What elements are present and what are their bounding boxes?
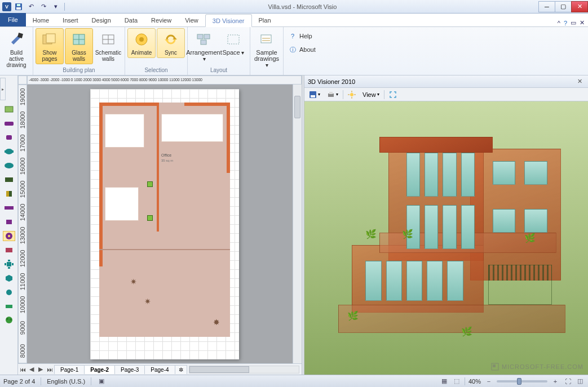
page-width-icon[interactable]: ⬚ <box>452 377 461 386</box>
group-selection-label: Selection <box>127 66 185 74</box>
plant-shape[interactable]: ✷ <box>130 277 137 286</box>
drawing-canvas[interactable]: Office 35 sq m ✷ ✷ ✸ <box>27 84 293 363</box>
tab-view[interactable]: View <box>178 14 205 26</box>
stencil-shelf-icon[interactable] <box>3 203 15 213</box>
tab-plan[interactable]: Plan <box>252 14 278 26</box>
tab-design[interactable]: Design <box>85 14 118 26</box>
menu-tabs: File Home Insert Design Data Review View… <box>0 14 588 27</box>
schematic-walls-button[interactable]: Schematic walls <box>94 28 122 64</box>
page-prev-button[interactable]: ◀ <box>27 366 36 373</box>
page-first-button[interactable]: ⏮ <box>18 366 27 373</box>
3d-view-button[interactable]: View ▾ <box>360 90 382 99</box>
3d-print-button[interactable]: ▾ <box>325 90 341 100</box>
stencil-stool-icon[interactable] <box>3 287 15 297</box>
page-next-button[interactable]: ▶ <box>36 366 45 373</box>
stencil-tree-icon[interactable] <box>3 315 15 326</box>
stencil-bed-icon[interactable] <box>3 245 15 255</box>
qat-redo-icon[interactable]: ↷ <box>38 2 48 12</box>
svg-point-32 <box>8 235 10 237</box>
build-active-drawing-button[interactable]: Build active drawing <box>2 28 30 70</box>
stencil-table-oval-icon[interactable] <box>3 161 15 171</box>
mdi-close-icon[interactable]: ✕ <box>580 19 585 26</box>
pane-close-button[interactable]: ✕ <box>575 78 585 85</box>
maximize-button[interactable]: ▢ <box>555 1 572 12</box>
ribbon-minimize-icon[interactable]: ^ <box>558 20 560 26</box>
tab-3d-visioner[interactable]: 3D Visioner <box>205 14 252 27</box>
shapes-expand-handle[interactable]: ▸ <box>0 78 6 100</box>
stencil-sofa-icon[interactable] <box>3 118 15 128</box>
minimize-button[interactable]: ─ <box>538 1 555 12</box>
marker-icon[interactable] <box>147 215 153 221</box>
plant-3d-icon: 🌿 <box>461 326 472 337</box>
stencil-desk-icon[interactable] <box>3 175 15 185</box>
qat-save-icon[interactable] <box>14 2 24 12</box>
vertical-scrollbar[interactable] <box>293 84 302 363</box>
status-language[interactable]: English (U.S.) <box>47 378 85 385</box>
title-bar: V ↶ ↷ ▾ Villa.vsd - Microsoft Visio ─ ▢ … <box>0 0 588 14</box>
zoom-in-button[interactable]: + <box>551 377 560 386</box>
window-restore-icon[interactable]: ▭ <box>571 19 576 26</box>
info-icon: ⓘ <box>288 45 297 54</box>
help-icon[interactable]: ? <box>564 20 567 26</box>
page-tab-2[interactable]: Page-2 <box>84 365 115 374</box>
plant-shape[interactable]: ✷ <box>144 297 151 306</box>
glass-walls-button[interactable]: Glass walls <box>65 28 93 64</box>
animate-button[interactable]: Animate <box>127 28 156 58</box>
show-pages-button[interactable]: Show pages <box>36 28 64 64</box>
3d-light-button[interactable] <box>346 90 358 100</box>
zoom-level[interactable]: 40% <box>468 378 481 385</box>
about-button[interactable]: ⓘAbout <box>286 44 318 55</box>
stencil-rect-icon[interactable] <box>3 301 15 312</box>
page-tab-1[interactable]: Page-1 <box>54 365 85 374</box>
plant-shape[interactable]: ✸ <box>213 318 220 327</box>
3d-save-button[interactable]: ▾ <box>307 90 322 100</box>
sample-drawings-button[interactable]: Sample drawings ▾ <box>253 28 281 70</box>
qat-customize-icon[interactable]: ▾ <box>51 2 61 12</box>
stencil-table-round-icon[interactable] <box>3 146 15 157</box>
qat-undo-icon[interactable]: ↶ <box>26 2 36 12</box>
glass-walls-icon <box>70 30 88 48</box>
presentation-view-icon[interactable]: ▦ <box>440 377 449 386</box>
fit-window-icon[interactable]: ⛶ <box>563 377 572 386</box>
svg-rect-30 <box>6 220 12 224</box>
zoom-slider[interactable] <box>497 380 547 382</box>
tab-data[interactable]: Data <box>118 14 144 26</box>
tab-insert[interactable]: Insert <box>56 14 85 26</box>
zoom-out-button[interactable]: − <box>484 377 493 386</box>
stencil-table-hex-icon[interactable] <box>3 273 15 283</box>
page-last-button[interactable]: ⏭ <box>45 366 54 373</box>
3d-render-viewport[interactable]: 🌿 🌿 🌿 🌿 🌿 MICROSOFT-FREE.COM <box>304 101 588 375</box>
stencil-table-square-icon[interactable] <box>3 259 15 269</box>
drawing-page[interactable]: Office 35 sq m ✷ ✷ ✸ <box>90 89 239 359</box>
close-button[interactable]: ✕ <box>571 1 588 12</box>
horizontal-ruler[interactable]: -4000 -3000 -2000 -1000 0 1000 2000 3000… <box>27 75 302 84</box>
stencil-plant-icon[interactable] <box>3 231 15 241</box>
switch-windows-icon[interactable]: ◫ <box>576 377 585 386</box>
page-tab-3[interactable]: Page-3 <box>114 365 145 374</box>
stencil-cabinet-icon[interactable] <box>3 189 15 199</box>
floor-plan[interactable]: Office 35 sq m ✷ ✷ ✸ <box>99 103 230 337</box>
svg-marker-39 <box>6 275 12 282</box>
3d-fullscreen-button[interactable] <box>387 90 399 100</box>
file-tab[interactable]: File <box>0 13 26 26</box>
svg-point-40 <box>6 290 12 295</box>
marker-icon[interactable] <box>147 181 153 187</box>
help-button[interactable]: ?Help <box>286 30 315 42</box>
tab-home[interactable]: Home <box>26 14 56 26</box>
status-page: Page 2 of 4 <box>3 378 35 385</box>
workspace: ▸ -4000 -3000 -2000 -1000 0 1000 2000 30… <box>0 75 588 375</box>
tab-review[interactable]: Review <box>144 14 178 26</box>
arrangement-button[interactable]: Arrangement ▾ <box>190 28 218 64</box>
svg-rect-1 <box>16 7 21 10</box>
stencil-tool-icon[interactable] <box>3 104 15 114</box>
macro-record-icon[interactable]: ▣ <box>97 377 106 386</box>
shapes-panel: ▸ <box>0 75 18 375</box>
vertical-ruler[interactable]: 190001800017000 160001500014000 13000120… <box>18 84 27 363</box>
sync-button[interactable]: Sync <box>157 28 185 58</box>
page-tab-4[interactable]: Page-4 <box>144 365 175 374</box>
stencil-box-icon[interactable] <box>3 217 15 227</box>
horizontal-scrollbar[interactable] <box>189 366 299 373</box>
stencil-chair-icon[interactable] <box>3 132 15 143</box>
page-add-button[interactable]: ✲ <box>175 365 187 374</box>
space-button[interactable]: Space ▾ <box>219 28 247 58</box>
